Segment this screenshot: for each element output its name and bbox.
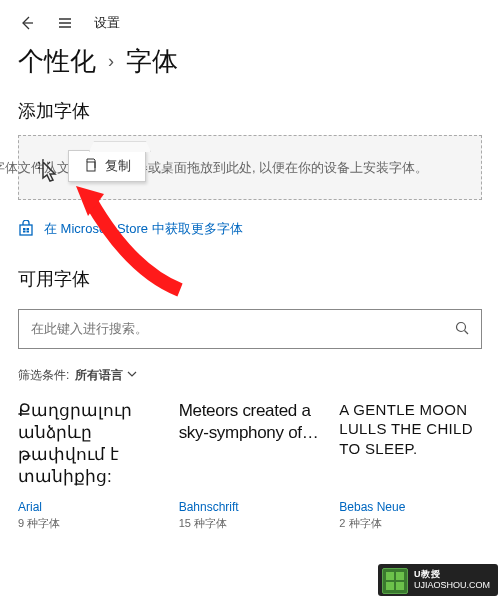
font-count: 9 种字体 [18, 516, 161, 531]
font-card[interactable]: Քաղցրալուր անձրևը թափվում է տանիքից: Ari… [18, 400, 161, 531]
font-count: 2 种字体 [339, 516, 482, 531]
context-menu-copy[interactable]: 复制 [105, 157, 131, 175]
breadcrumb-parent[interactable]: 个性化 [18, 44, 96, 79]
watermark-title: U教授 [414, 569, 490, 580]
font-card[interactable]: Meteors created a sky-symphony of… Bahns… [179, 400, 322, 531]
font-name: Bahnschrift [179, 500, 322, 514]
watermark: U教授 UJIAOSHOU.COM [378, 564, 498, 596]
font-sample: Meteors created a sky-symphony of… [179, 400, 322, 492]
watermark-logo-icon [382, 568, 408, 594]
menu-button[interactable] [56, 14, 74, 32]
svg-rect-4 [23, 230, 26, 232]
search-input[interactable] [19, 311, 443, 346]
font-name: Arial [18, 500, 161, 514]
font-sample: Քաղցրալուր անձրևը թափվում է տանիքից: [18, 400, 161, 492]
back-button[interactable] [18, 14, 36, 32]
add-fonts-title: 添加字体 [0, 93, 500, 135]
store-icon [18, 220, 34, 239]
font-search [18, 309, 482, 349]
drop-cursor-icon [37, 158, 67, 195]
store-link-text: 在 Microsoft Store 中获取更多字体 [44, 220, 243, 238]
font-count: 15 种字体 [179, 516, 322, 531]
filter-row: 筛选条件: 所有语言 [0, 349, 500, 394]
svg-rect-5 [27, 230, 30, 232]
font-sample: A gentle moon lulls the child to sleep. [339, 400, 482, 492]
svg-point-6 [456, 323, 465, 332]
breadcrumb-current: 字体 [126, 44, 178, 79]
chevron-down-icon [127, 368, 137, 382]
copy-icon [83, 158, 97, 175]
svg-rect-2 [23, 228, 26, 230]
svg-rect-0 [87, 162, 95, 171]
context-menu: 复制 [68, 150, 146, 182]
window-title: 设置 [94, 14, 120, 32]
svg-rect-3 [27, 228, 30, 230]
font-card[interactable]: A gentle moon lulls the child to sleep. … [339, 400, 482, 531]
font-grid: Քաղցրալուր անձրևը թափվում է տանիքից: Ari… [0, 394, 500, 537]
breadcrumb: 个性化 › 字体 [0, 40, 500, 93]
watermark-url: UJIAOSHOU.COM [414, 580, 490, 591]
font-name: Bebas Neue [339, 500, 482, 514]
search-button[interactable] [443, 310, 481, 348]
store-link[interactable]: 在 Microsoft Store 中获取更多字体 [0, 200, 500, 261]
filter-dropdown[interactable]: 所有语言 [75, 367, 137, 384]
filter-label: 筛选条件: [18, 367, 69, 384]
filter-value: 所有语言 [75, 367, 123, 384]
breadcrumb-separator: › [108, 51, 114, 72]
available-fonts-title: 可用字体 [0, 261, 500, 303]
svg-rect-1 [20, 225, 32, 235]
